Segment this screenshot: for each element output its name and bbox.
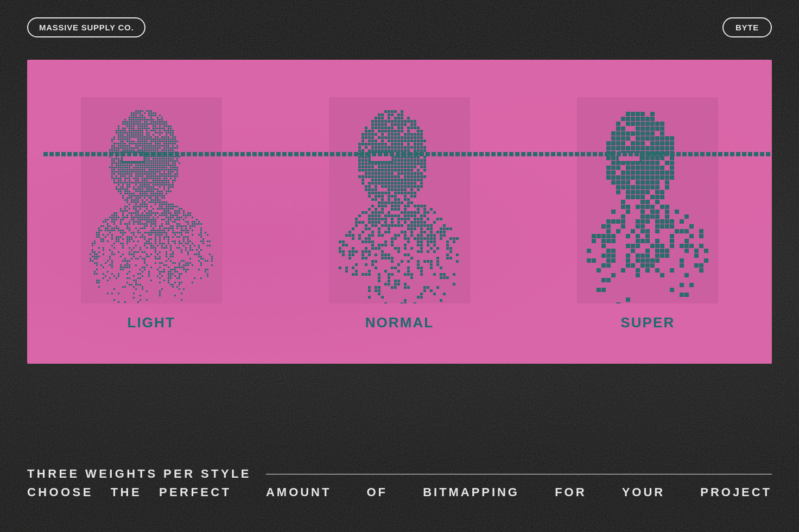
word-the: THE	[111, 485, 142, 499]
dot-cell	[539, 152, 543, 156]
word-bitmapping: BITMAPPING	[423, 485, 519, 499]
dot-cell	[229, 152, 233, 156]
dot-cell	[276, 152, 281, 156]
brand-badge[interactable]: BYTE	[722, 17, 772, 37]
divider-line	[266, 474, 772, 474]
dot-cell	[473, 152, 478, 156]
figure-normal-label: NORMAL	[365, 314, 434, 331]
dot-cell	[443, 152, 448, 156]
dot-cell	[497, 152, 502, 156]
dot-cell	[199, 152, 203, 156]
dot-cell	[282, 152, 287, 156]
dot-cell	[593, 152, 597, 156]
dot-cell	[420, 152, 424, 156]
dot-cell	[754, 152, 758, 156]
dot-cell	[372, 152, 376, 156]
dot-cell	[396, 152, 400, 156]
dot-cell	[700, 152, 705, 156]
dot-cell	[342, 152, 346, 156]
dot-cell	[133, 152, 137, 156]
header: MASSIVE SUPPLY CO. BYTE	[0, 0, 799, 54]
dot-cell	[736, 152, 740, 156]
dot-cell	[503, 152, 508, 156]
dot-cell	[264, 152, 269, 156]
dot-cell	[270, 152, 275, 156]
figure-light-label: LIGHT	[127, 314, 175, 331]
dot-cell	[390, 152, 394, 156]
dot-cell	[139, 152, 143, 156]
dot-cell	[485, 152, 490, 156]
text-row-1: THREE WEIGHTS PER STYLE	[27, 467, 772, 481]
dot-cell	[330, 152, 334, 156]
dot-cell	[611, 152, 615, 156]
dot-cell	[426, 152, 430, 156]
figure-light: LIGHT	[81, 97, 222, 331]
dot-cell	[157, 152, 161, 156]
dot-cell	[193, 152, 197, 156]
dot-cell	[97, 152, 102, 156]
dot-cell	[354, 152, 358, 156]
dot-cell	[718, 152, 722, 156]
dot-cell	[706, 152, 711, 156]
dot-cell	[181, 152, 185, 156]
dot-cell	[414, 152, 418, 156]
dot-cell	[652, 152, 657, 156]
amount-text: AMOUNT OF BITMAPPING FOR YOUR PROJECT	[266, 485, 772, 499]
dot-cell	[67, 152, 72, 156]
dot-cell	[515, 152, 519, 156]
word-project: PROJECT	[700, 485, 772, 499]
dot-cell	[521, 152, 525, 156]
bust-super-canvas	[577, 97, 718, 303]
main-image-container: LIGHT NORMAL SUPER	[27, 60, 772, 364]
logo-badge[interactable]: MASSIVE SUPPLY CO.	[27, 17, 145, 37]
figure-super-label: SUPER	[620, 314, 675, 331]
dot-cell	[676, 152, 681, 156]
dot-cell	[646, 152, 651, 156]
page-wrapper: MASSIVE SUPPLY CO. BYTE LIGHT NORMAL	[0, 0, 799, 532]
dot-cell	[748, 152, 752, 156]
dot-cell	[324, 152, 328, 156]
dot-stripe-inner	[27, 151, 772, 157]
dot-cell	[103, 152, 107, 156]
dot-cell	[712, 152, 716, 156]
dot-cell	[694, 152, 699, 156]
dot-cell	[581, 152, 585, 156]
text-row-2: CHOOSE THE PERFECT AMOUNT OF BITMAPPING …	[27, 485, 772, 499]
dot-cell	[240, 152, 245, 156]
dot-cell	[527, 152, 531, 156]
dot-cell	[288, 152, 293, 156]
dot-cell	[73, 152, 78, 156]
dot-cell	[384, 152, 388, 156]
dot-cell	[378, 152, 382, 156]
dot-cell	[533, 152, 537, 156]
dot-cell	[635, 152, 639, 156]
dot-cell	[306, 152, 310, 156]
dot-cell	[187, 152, 191, 156]
dot-cell	[223, 152, 227, 156]
dot-cell	[617, 152, 621, 156]
dot-cell	[641, 152, 645, 156]
dot-cell	[623, 152, 627, 156]
bottom-section: THREE WEIGHTS PER STYLE CHOOSE THE PERFE…	[27, 467, 772, 499]
dot-cell	[461, 152, 466, 156]
dot-cell	[688, 152, 693, 156]
dot-cell	[682, 152, 687, 156]
dot-cell	[479, 152, 484, 156]
dot-cell	[670, 152, 675, 156]
word-amount: AMOUNT	[266, 485, 331, 499]
dot-cell	[336, 152, 340, 156]
dot-cell	[312, 152, 316, 156]
dot-cell	[49, 152, 54, 156]
dot-cell	[246, 152, 251, 156]
dot-cell	[563, 152, 567, 156]
word-perfect: PERFECT	[159, 485, 231, 499]
bust-light-canvas	[81, 97, 222, 303]
dot-cell	[294, 152, 299, 156]
dot-cell	[629, 152, 633, 156]
dot-cell	[730, 152, 734, 156]
dot-cell	[724, 152, 728, 156]
word-your: YOUR	[622, 485, 665, 499]
dot-cell	[234, 152, 239, 156]
dot-cell	[551, 152, 555, 156]
dot-cell	[467, 152, 472, 156]
